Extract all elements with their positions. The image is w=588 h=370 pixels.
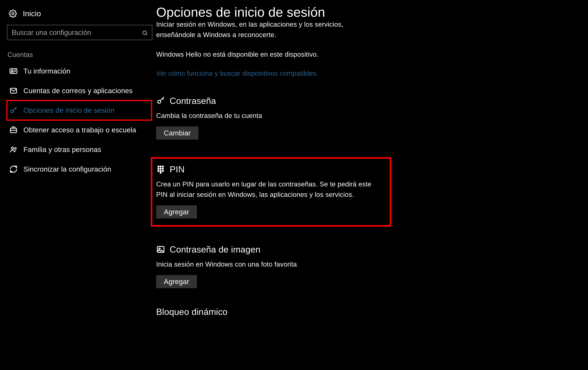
key-icon <box>156 96 165 105</box>
svg-point-1 <box>143 31 146 34</box>
svg-point-20 <box>158 170 159 172</box>
svg-point-17 <box>158 168 159 169</box>
nav-home[interactable]: Inicio <box>7 8 152 24</box>
svg-point-0 <box>12 12 14 15</box>
svg-point-15 <box>160 166 161 167</box>
password-heading: Contraseña <box>170 96 216 106</box>
search-icon <box>142 29 148 35</box>
sync-icon <box>9 165 18 173</box>
svg-point-16 <box>162 166 164 167</box>
search-input[interactable] <box>11 28 142 37</box>
pin-add-button[interactable]: Agregar <box>156 205 197 218</box>
nav-item-label: Tu información <box>23 67 70 75</box>
pin-heading: PIN <box>170 164 185 174</box>
hello-learn-more-link[interactable]: Ver cómo funciona y buscar dispositivos … <box>156 70 573 77</box>
settings-nav: Inicio Cuentas Tu información Cuentas de… <box>0 0 156 370</box>
settings-search[interactable] <box>7 25 152 40</box>
people-icon <box>9 145 18 154</box>
nav-item-sync[interactable]: Sincronizar la configuración <box>7 159 152 179</box>
nav-item-work-school[interactable]: Obtener acceso a trabajo o escuela <box>7 120 152 140</box>
nav-item-family[interactable]: Familia y otras personas <box>7 140 152 159</box>
mail-icon <box>9 87 18 95</box>
id-card-icon <box>9 67 18 75</box>
svg-point-19 <box>162 168 164 169</box>
svg-point-25 <box>159 248 160 250</box>
password-section: Contraseña Cambia la contraseña de tu cu… <box>156 96 395 140</box>
key-icon <box>9 106 18 114</box>
nav-item-signin-options[interactable]: Opciones de inicio de sesión <box>7 100 152 120</box>
password-desc: Cambia la contraseña de tu cuenta <box>156 110 380 121</box>
nav-item-label: Opciones de inicio de sesión <box>23 106 114 114</box>
svg-point-22 <box>162 170 164 172</box>
nav-item-label: Familia y otras personas <box>23 145 101 154</box>
svg-point-8 <box>11 110 13 113</box>
svg-point-4 <box>11 70 13 72</box>
picture-password-heading: Contraseña de imagen <box>170 244 261 254</box>
svg-point-12 <box>15 148 16 149</box>
briefcase-icon <box>9 126 18 134</box>
nav-item-label: Cuentas de correos y aplicaciones <box>23 87 133 95</box>
main-content: Opciones de inicio de sesión Iniciar ses… <box>156 0 588 370</box>
hello-unavailable-text: Windows Hello no está disponible en este… <box>156 49 389 60</box>
pin-desc: Crea un PIN para usarlo en lugar de las … <box>156 179 380 200</box>
svg-point-18 <box>160 168 161 169</box>
pinpad-icon <box>156 165 165 174</box>
nav-item-email-accounts[interactable]: Cuentas de correos y aplicaciones <box>7 81 152 100</box>
svg-line-2 <box>146 34 147 35</box>
nav-item-label: Obtener acceso a trabajo o escuela <box>23 126 136 134</box>
picture-password-add-button[interactable]: Agregar <box>156 275 197 288</box>
nav-category-label: Cuentas <box>7 51 152 61</box>
nav-item-label: Sincronizar la configuración <box>23 165 111 173</box>
intro-text-1: Iniciar sesión en Windows, en las aplica… <box>156 19 389 30</box>
picture-password-desc: Inicia sesión en Windows con una foto fa… <box>156 259 380 270</box>
dynamic-lock-section: Bloqueo dinámico <box>156 306 395 317</box>
pin-section: PIN Crea un PIN para usarlo en lugar de … <box>152 158 390 226</box>
nav-home-label: Inicio <box>23 9 41 18</box>
image-icon <box>156 245 165 254</box>
password-change-button[interactable]: Cambiar <box>156 126 199 140</box>
picture-password-section: Contraseña de imagen Inicia sesión en Wi… <box>156 244 395 288</box>
svg-point-13 <box>158 100 161 103</box>
svg-point-14 <box>158 166 159 167</box>
intro-text-2: enseñándole a Windows a reconocerte. <box>156 30 389 40</box>
svg-point-23 <box>160 172 161 174</box>
page-title: Opciones de inicio de sesión <box>156 5 573 20</box>
gear-icon <box>9 10 17 18</box>
svg-point-21 <box>160 170 161 172</box>
dynamic-lock-heading: Bloqueo dinámico <box>156 306 228 317</box>
nav-item-your-info[interactable]: Tu información <box>7 61 152 81</box>
svg-point-11 <box>11 147 13 149</box>
